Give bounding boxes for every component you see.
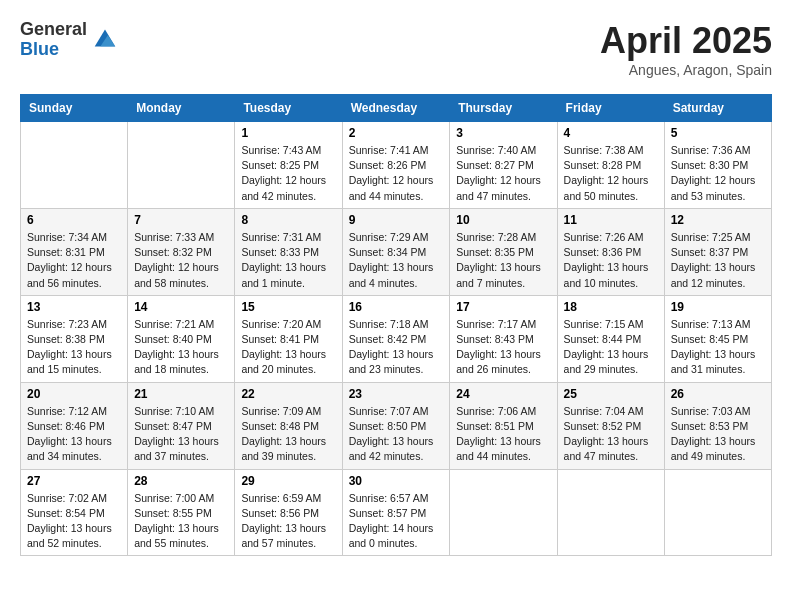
day-number: 29 xyxy=(241,474,335,488)
day-number: 14 xyxy=(134,300,228,314)
day-info: Sunrise: 7:28 AM Sunset: 8:35 PM Dayligh… xyxy=(456,230,550,291)
day-of-week-header: Sunday xyxy=(21,95,128,122)
day-number: 24 xyxy=(456,387,550,401)
calendar-cell: 14Sunrise: 7:21 AM Sunset: 8:40 PM Dayli… xyxy=(128,295,235,382)
calendar-week-row: 13Sunrise: 7:23 AM Sunset: 8:38 PM Dayli… xyxy=(21,295,772,382)
location: Angues, Aragon, Spain xyxy=(600,62,772,78)
day-info: Sunrise: 7:20 AM Sunset: 8:41 PM Dayligh… xyxy=(241,317,335,378)
calendar-week-row: 1Sunrise: 7:43 AM Sunset: 8:25 PM Daylig… xyxy=(21,122,772,209)
day-number: 9 xyxy=(349,213,444,227)
day-info: Sunrise: 7:41 AM Sunset: 8:26 PM Dayligh… xyxy=(349,143,444,204)
day-info: Sunrise: 7:26 AM Sunset: 8:36 PM Dayligh… xyxy=(564,230,658,291)
calendar-cell: 27Sunrise: 7:02 AM Sunset: 8:54 PM Dayli… xyxy=(21,469,128,556)
calendar-cell: 26Sunrise: 7:03 AM Sunset: 8:53 PM Dayli… xyxy=(664,382,771,469)
calendar-cell: 16Sunrise: 7:18 AM Sunset: 8:42 PM Dayli… xyxy=(342,295,450,382)
logo-general-text: General xyxy=(20,20,87,40)
day-of-week-header: Wednesday xyxy=(342,95,450,122)
day-of-week-header: Monday xyxy=(128,95,235,122)
day-number: 16 xyxy=(349,300,444,314)
title-block: April 2025 Angues, Aragon, Spain xyxy=(600,20,772,78)
day-number: 25 xyxy=(564,387,658,401)
day-number: 6 xyxy=(27,213,121,227)
day-number: 17 xyxy=(456,300,550,314)
day-number: 13 xyxy=(27,300,121,314)
calendar-cell: 28Sunrise: 7:00 AM Sunset: 8:55 PM Dayli… xyxy=(128,469,235,556)
calendar-cell: 24Sunrise: 7:06 AM Sunset: 8:51 PM Dayli… xyxy=(450,382,557,469)
logo: General Blue xyxy=(20,20,119,60)
day-number: 1 xyxy=(241,126,335,140)
calendar-cell: 15Sunrise: 7:20 AM Sunset: 8:41 PM Dayli… xyxy=(235,295,342,382)
logo-blue-text: Blue xyxy=(20,40,87,60)
day-info: Sunrise: 7:25 AM Sunset: 8:37 PM Dayligh… xyxy=(671,230,765,291)
day-info: Sunrise: 7:33 AM Sunset: 8:32 PM Dayligh… xyxy=(134,230,228,291)
calendar-cell: 8Sunrise: 7:31 AM Sunset: 8:33 PM Daylig… xyxy=(235,208,342,295)
calendar-cell: 22Sunrise: 7:09 AM Sunset: 8:48 PM Dayli… xyxy=(235,382,342,469)
day-of-week-header: Saturday xyxy=(664,95,771,122)
day-info: Sunrise: 7:29 AM Sunset: 8:34 PM Dayligh… xyxy=(349,230,444,291)
day-info: Sunrise: 7:38 AM Sunset: 8:28 PM Dayligh… xyxy=(564,143,658,204)
calendar-cell: 20Sunrise: 7:12 AM Sunset: 8:46 PM Dayli… xyxy=(21,382,128,469)
calendar-cell xyxy=(450,469,557,556)
calendar-cell: 21Sunrise: 7:10 AM Sunset: 8:47 PM Dayli… xyxy=(128,382,235,469)
day-info: Sunrise: 7:00 AM Sunset: 8:55 PM Dayligh… xyxy=(134,491,228,552)
calendar-week-row: 6Sunrise: 7:34 AM Sunset: 8:31 PM Daylig… xyxy=(21,208,772,295)
page-header: General Blue April 2025 Angues, Aragon, … xyxy=(20,20,772,78)
day-number: 27 xyxy=(27,474,121,488)
calendar-cell: 12Sunrise: 7:25 AM Sunset: 8:37 PM Dayli… xyxy=(664,208,771,295)
calendar-cell xyxy=(21,122,128,209)
logo-icon xyxy=(91,24,119,52)
day-info: Sunrise: 7:43 AM Sunset: 8:25 PM Dayligh… xyxy=(241,143,335,204)
day-info: Sunrise: 7:09 AM Sunset: 8:48 PM Dayligh… xyxy=(241,404,335,465)
day-info: Sunrise: 6:59 AM Sunset: 8:56 PM Dayligh… xyxy=(241,491,335,552)
calendar-cell: 30Sunrise: 6:57 AM Sunset: 8:57 PM Dayli… xyxy=(342,469,450,556)
day-of-week-header: Thursday xyxy=(450,95,557,122)
day-info: Sunrise: 7:10 AM Sunset: 8:47 PM Dayligh… xyxy=(134,404,228,465)
day-info: Sunrise: 7:36 AM Sunset: 8:30 PM Dayligh… xyxy=(671,143,765,204)
calendar-week-row: 20Sunrise: 7:12 AM Sunset: 8:46 PM Dayli… xyxy=(21,382,772,469)
calendar-cell: 3Sunrise: 7:40 AM Sunset: 8:27 PM Daylig… xyxy=(450,122,557,209)
calendar-cell: 10Sunrise: 7:28 AM Sunset: 8:35 PM Dayli… xyxy=(450,208,557,295)
calendar-week-row: 27Sunrise: 7:02 AM Sunset: 8:54 PM Dayli… xyxy=(21,469,772,556)
calendar-cell: 17Sunrise: 7:17 AM Sunset: 8:43 PM Dayli… xyxy=(450,295,557,382)
day-number: 23 xyxy=(349,387,444,401)
calendar-cell xyxy=(128,122,235,209)
day-number: 2 xyxy=(349,126,444,140)
calendar-cell: 25Sunrise: 7:04 AM Sunset: 8:52 PM Dayli… xyxy=(557,382,664,469)
day-info: Sunrise: 7:12 AM Sunset: 8:46 PM Dayligh… xyxy=(27,404,121,465)
calendar-cell: 4Sunrise: 7:38 AM Sunset: 8:28 PM Daylig… xyxy=(557,122,664,209)
calendar-cell: 23Sunrise: 7:07 AM Sunset: 8:50 PM Dayli… xyxy=(342,382,450,469)
day-info: Sunrise: 7:06 AM Sunset: 8:51 PM Dayligh… xyxy=(456,404,550,465)
day-of-week-header: Tuesday xyxy=(235,95,342,122)
day-info: Sunrise: 7:23 AM Sunset: 8:38 PM Dayligh… xyxy=(27,317,121,378)
day-number: 30 xyxy=(349,474,444,488)
calendar-cell: 18Sunrise: 7:15 AM Sunset: 8:44 PM Dayli… xyxy=(557,295,664,382)
day-info: Sunrise: 7:15 AM Sunset: 8:44 PM Dayligh… xyxy=(564,317,658,378)
day-info: Sunrise: 7:21 AM Sunset: 8:40 PM Dayligh… xyxy=(134,317,228,378)
day-number: 28 xyxy=(134,474,228,488)
day-info: Sunrise: 7:40 AM Sunset: 8:27 PM Dayligh… xyxy=(456,143,550,204)
day-number: 4 xyxy=(564,126,658,140)
day-info: Sunrise: 7:13 AM Sunset: 8:45 PM Dayligh… xyxy=(671,317,765,378)
day-number: 19 xyxy=(671,300,765,314)
calendar-cell: 1Sunrise: 7:43 AM Sunset: 8:25 PM Daylig… xyxy=(235,122,342,209)
calendar-cell: 19Sunrise: 7:13 AM Sunset: 8:45 PM Dayli… xyxy=(664,295,771,382)
calendar-cell xyxy=(664,469,771,556)
day-info: Sunrise: 7:18 AM Sunset: 8:42 PM Dayligh… xyxy=(349,317,444,378)
day-number: 18 xyxy=(564,300,658,314)
day-number: 8 xyxy=(241,213,335,227)
day-number: 20 xyxy=(27,387,121,401)
day-info: Sunrise: 7:02 AM Sunset: 8:54 PM Dayligh… xyxy=(27,491,121,552)
calendar-cell: 7Sunrise: 7:33 AM Sunset: 8:32 PM Daylig… xyxy=(128,208,235,295)
day-info: Sunrise: 7:34 AM Sunset: 8:31 PM Dayligh… xyxy=(27,230,121,291)
day-number: 3 xyxy=(456,126,550,140)
day-number: 5 xyxy=(671,126,765,140)
calendar-cell: 6Sunrise: 7:34 AM Sunset: 8:31 PM Daylig… xyxy=(21,208,128,295)
day-number: 7 xyxy=(134,213,228,227)
calendar-cell: 5Sunrise: 7:36 AM Sunset: 8:30 PM Daylig… xyxy=(664,122,771,209)
day-of-week-header: Friday xyxy=(557,95,664,122)
calendar-cell xyxy=(557,469,664,556)
day-number: 21 xyxy=(134,387,228,401)
calendar-cell: 2Sunrise: 7:41 AM Sunset: 8:26 PM Daylig… xyxy=(342,122,450,209)
day-info: Sunrise: 7:04 AM Sunset: 8:52 PM Dayligh… xyxy=(564,404,658,465)
day-info: Sunrise: 7:07 AM Sunset: 8:50 PM Dayligh… xyxy=(349,404,444,465)
